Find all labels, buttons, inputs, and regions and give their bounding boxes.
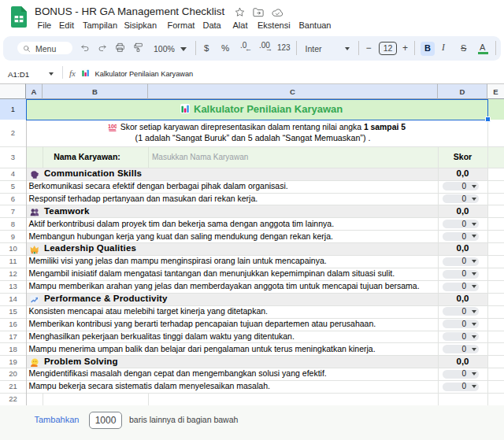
svg-text:100: 100 [108,124,117,130]
